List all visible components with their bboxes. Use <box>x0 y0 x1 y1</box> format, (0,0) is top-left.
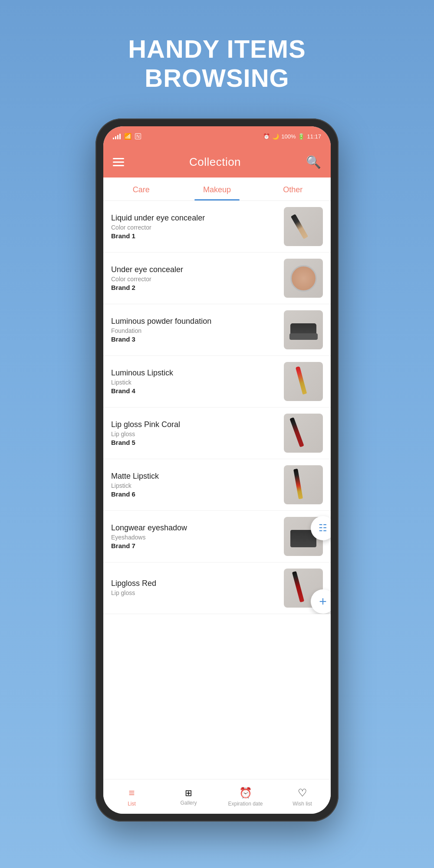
expiration-nav-icon: ⏰ <box>239 787 252 799</box>
nav-item-gallery[interactable]: ⊞ Gallery <box>160 788 217 806</box>
phone-mockup: 📶 N ⏰ 🌙 100% 🔋 11:17 Collecti <box>95 118 339 835</box>
moon-icon: 🌙 <box>272 133 279 140</box>
item-info: Lipgloss Red Lip gloss <box>111 579 284 598</box>
item-info: Luminous powder foundation Foundation Br… <box>111 317 284 343</box>
item-thumbnail <box>284 414 323 453</box>
battery-icon: 🔋 <box>298 133 305 140</box>
item-name: Under eye concealer <box>111 265 284 274</box>
item-name: Liquid under eye concealer <box>111 214 284 223</box>
list-nav-label: List <box>128 801 136 807</box>
item-category: Lip gloss <box>111 431 284 437</box>
list-item[interactable]: Under eye concealer Color corrector Bran… <box>103 253 331 304</box>
list-item[interactable]: Liquid under eye concealer Color correct… <box>103 201 331 253</box>
hamburger-line-2 <box>113 161 124 163</box>
item-brand: Brand 6 <box>111 490 284 498</box>
hero-title: HANDY ITEMS BROWSING <box>128 35 306 92</box>
nfc-icon: N <box>135 133 141 139</box>
expiration-nav-label: Expiration date <box>228 801 263 807</box>
item-thumbnail <box>284 310 323 349</box>
battery-percent: 100% <box>281 133 296 140</box>
item-brand: Brand 3 <box>111 335 284 343</box>
item-brand: Brand 1 <box>111 232 284 240</box>
item-category: Lipstick <box>111 482 284 489</box>
items-list: Liquid under eye concealer Color correct… <box>103 201 331 614</box>
item-category: Foundation <box>111 327 284 334</box>
app-bar: Collection 🔍 <box>103 146 331 178</box>
add-fab-button[interactable]: + <box>311 589 331 614</box>
hamburger-line-1 <box>113 158 124 159</box>
filter-icon: ☷ <box>319 523 327 534</box>
item-info: Longwear eyeshadow Eyeshadows Brand 7 <box>111 523 284 549</box>
gallery-nav-label: Gallery <box>180 800 197 806</box>
item-category: Lip gloss <box>111 589 284 596</box>
item-thumbnail <box>284 465 323 504</box>
list-nav-icon: ≡ <box>128 787 135 799</box>
list-item[interactable]: Lip gloss Pink Coral Lip gloss Brand 5 <box>103 408 331 459</box>
status-left: 📶 N <box>113 133 141 140</box>
tab-makeup[interactable]: Makeup <box>179 178 255 201</box>
hero-title-line1: HANDY ITEMS <box>128 35 306 63</box>
item-brand: Brand 4 <box>111 387 284 395</box>
list-item[interactable]: Lipgloss Red Lip gloss + <box>103 562 331 614</box>
item-thumbnail <box>284 362 323 401</box>
item-category: Eyeshadows <box>111 534 284 541</box>
signal-bars-icon <box>113 133 121 139</box>
item-brand: Brand 2 <box>111 284 284 291</box>
item-name: Lipgloss Red <box>111 579 284 588</box>
bottom-navigation: ≡ List ⊞ Gallery ⏰ Expiration date ♡ Wis… <box>103 779 331 814</box>
item-info: Liquid under eye concealer Color correct… <box>111 214 284 240</box>
item-name: Longwear eyeshadow <box>111 523 284 533</box>
list-item[interactable]: Luminous powder foundation Foundation Br… <box>103 304 331 356</box>
item-info: Lip gloss Pink Coral Lip gloss Brand 5 <box>111 420 284 446</box>
list-item[interactable]: Luminous Lipstick Lipstick Brand 4 <box>103 356 331 408</box>
item-info: Under eye concealer Color corrector Bran… <box>111 265 284 291</box>
nav-item-wishlist[interactable]: ♡ Wish list <box>274 787 331 807</box>
item-name: Matte Lipstick <box>111 472 284 481</box>
gallery-nav-icon: ⊞ <box>185 788 192 798</box>
signal-bar-2 <box>115 136 116 139</box>
tabs-bar: Care Makeup Other <box>103 178 331 201</box>
item-thumbnail <box>284 259 323 298</box>
list-item[interactable]: Matte Lipstick Lipstick Brand 6 <box>103 459 331 511</box>
tab-other[interactable]: Other <box>255 178 331 201</box>
signal-bar-1 <box>113 138 114 139</box>
hamburger-line-3 <box>113 165 124 166</box>
wifi-icon: 📶 <box>124 133 132 140</box>
nav-item-list[interactable]: ≡ List <box>103 787 160 807</box>
signal-bar-4 <box>119 134 121 139</box>
hero-title-line2: BROWSING <box>145 64 289 92</box>
item-info: Matte Lipstick Lipstick Brand 6 <box>111 472 284 498</box>
search-button[interactable]: 🔍 <box>306 155 321 169</box>
list-scroll-area: Liquid under eye concealer Color correct… <box>103 201 331 779</box>
status-bar: 📶 N ⏰ 🌙 100% 🔋 11:17 <box>103 126 331 146</box>
phone-frame: 📶 N ⏰ 🌙 100% 🔋 11:17 Collecti <box>95 118 339 822</box>
app-bar-title: Collection <box>189 155 241 169</box>
list-item[interactable]: Longwear eyeshadow Eyeshadows Brand 7 ☷ <box>103 511 331 562</box>
phone-screen: 📶 N ⏰ 🌙 100% 🔋 11:17 Collecti <box>103 126 331 814</box>
clock: 11:17 <box>307 133 321 140</box>
item-name: Luminous powder foundation <box>111 317 284 326</box>
item-info: Luminous Lipstick Lipstick Brand 4 <box>111 368 284 395</box>
add-icon: + <box>319 594 327 609</box>
tab-care[interactable]: Care <box>103 178 179 201</box>
alarm-icon: ⏰ <box>263 133 270 140</box>
signal-bar-3 <box>117 135 118 139</box>
item-name: Lip gloss Pink Coral <box>111 420 284 429</box>
item-thumbnail <box>284 207 323 246</box>
item-brand: Brand 5 <box>111 439 284 446</box>
wishlist-nav-label: Wish list <box>293 801 312 807</box>
item-category: Color corrector <box>111 276 284 283</box>
item-brand: Brand 7 <box>111 542 284 549</box>
item-category: Color corrector <box>111 224 284 231</box>
wishlist-nav-icon: ♡ <box>298 787 307 799</box>
hamburger-menu-button[interactable] <box>113 158 124 166</box>
item-name: Luminous Lipstick <box>111 368 284 378</box>
nav-item-expiration[interactable]: ⏰ Expiration date <box>217 787 274 807</box>
status-right: ⏰ 🌙 100% 🔋 11:17 <box>263 133 321 140</box>
item-category: Lipstick <box>111 379 284 386</box>
